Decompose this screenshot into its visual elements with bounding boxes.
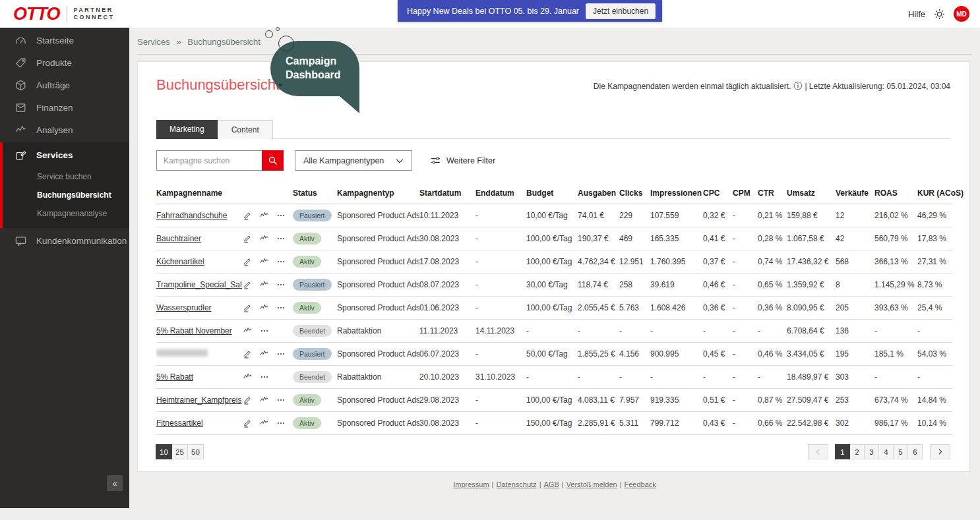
footer-link-feedback[interactable]: Feedback	[624, 480, 656, 488]
col-startdatum: Startdatum	[419, 183, 475, 204]
campaign-name-link[interactable]: Heimtrainer_Kampfpreis	[156, 395, 241, 405]
page-3[interactable]: 3	[864, 444, 879, 459]
more-actions-icon[interactable]	[259, 326, 270, 335]
sidebar-collapse-button[interactable]: «	[107, 475, 123, 491]
page-4[interactable]: 4	[878, 444, 894, 459]
end-date-cell: -	[475, 274, 526, 297]
tab-content[interactable]: Content	[218, 120, 273, 139]
footer-link-versto-melden[interactable]: Verstoß melden	[567, 480, 617, 488]
breadcrumb-current: Buchungsübersicht	[187, 37, 260, 47]
start-date-cell: 30.08.2023	[419, 412, 475, 435]
footer-link-datenschutz[interactable]: Datenschutz	[496, 480, 536, 488]
more-actions-icon[interactable]	[276, 257, 286, 266]
sidebar-item-services[interactable]: Services	[3, 144, 129, 166]
analytics-icon[interactable]	[242, 372, 253, 382]
campaign-name-link[interactable]: Küchenartikel	[156, 257, 204, 266]
kur-cell: 17,83 %	[917, 227, 952, 250]
campaign-name-link[interactable]: Fahrradhandschuhe	[156, 211, 227, 220]
campaign-type-cell: Sponsored Product Ads	[337, 412, 419, 435]
col-kur: KUR (ACoS)	[917, 183, 952, 204]
edit-icon[interactable]	[242, 418, 253, 428]
page-size-10[interactable]: 10	[156, 444, 172, 459]
breadcrumb-services[interactable]: Services	[137, 37, 170, 47]
analytics-icon[interactable]	[259, 349, 270, 359]
more-actions-icon[interactable]	[276, 419, 286, 428]
edit-icon[interactable]	[242, 349, 253, 359]
edit-icon[interactable]	[242, 256, 253, 267]
analytics-icon[interactable]	[259, 419, 270, 428]
edit-icon[interactable]	[242, 233, 253, 244]
tab-marketing[interactable]: Marketing	[156, 120, 218, 139]
analytics-icon[interactable]	[259, 257, 270, 267]
sidebar-item-produkte[interactable]: Produkte	[0, 51, 129, 74]
cpm-cell: -	[733, 227, 758, 250]
campaign-name-cell: Trampoline_Special_Sale	[156, 274, 242, 297]
sidebar-subitem-kampagnenanalyse[interactable]: Kampagnenanalyse	[37, 204, 129, 223]
col-verkaeufe: Verkäufe	[836, 183, 874, 204]
page-size-25[interactable]: 25	[171, 444, 188, 459]
more-actions-icon[interactable]	[276, 211, 286, 220]
sidebar-item-finanzen[interactable]: Finanzen	[0, 96, 129, 119]
page-5[interactable]: 5	[893, 444, 908, 459]
sidebar-subitem-service-buchen[interactable]: Service buchen	[37, 167, 129, 186]
cpm-cell: -	[733, 389, 758, 412]
edit-icon[interactable]	[242, 279, 253, 290]
campaign-type-cell: Sponsored Product Ads	[337, 274, 419, 297]
promo-banner: Happy New Deals bei OTTO 05. bis 29. Jan…	[398, 0, 662, 22]
roas-cell: 216,02 %	[874, 204, 917, 227]
help-link[interactable]: Hilfe	[908, 9, 925, 19]
search-button[interactable]	[262, 150, 284, 171]
clicks-cell: 5.763	[619, 297, 650, 320]
next-page-button[interactable]	[930, 444, 950, 459]
sidebar-item-auftraege[interactable]: Aufträge	[0, 74, 129, 96]
more-actions-icon[interactable]	[259, 372, 270, 382]
edit-icon[interactable]	[242, 395, 253, 405]
analytics-icon[interactable]	[242, 326, 253, 336]
campaign-type-dropdown[interactable]: Alle Kampagnentypen	[295, 150, 412, 171]
gear-icon[interactable]	[933, 8, 946, 20]
analytics-icon[interactable]	[259, 211, 270, 221]
page-1[interactable]: 1	[835, 444, 850, 459]
cpc-cell: 0,41 €	[703, 227, 733, 250]
more-filters-button[interactable]: Weitere Filter	[430, 155, 495, 166]
promo-banner-button[interactable]: Jetzt einbuchen	[586, 3, 656, 19]
end-date-cell: -	[475, 412, 526, 435]
otto-partner-connect-logo[interactable]: OTTO PARTNER CONNECT	[0, 4, 115, 24]
campaign-name-link[interactable]: Wassersprudler	[156, 303, 212, 312]
more-actions-icon[interactable]	[276, 303, 286, 312]
sidebar-subitem-buchungsuebersicht[interactable]: Buchungsübersicht	[37, 186, 129, 204]
more-actions-icon[interactable]	[276, 234, 286, 243]
sidebar-item-analysen[interactable]: Analysen	[0, 119, 129, 141]
previous-page-button[interactable]	[808, 444, 828, 459]
start-date-cell: 20.10.2023	[419, 366, 475, 389]
budget-cell: 100,00 €/Tag	[526, 389, 578, 412]
cpc-cell: 0,32 €	[703, 204, 733, 227]
more-actions-icon[interactable]	[276, 395, 286, 405]
analytics-icon[interactable]	[259, 303, 270, 313]
edit-icon[interactable]	[242, 303, 253, 313]
footer-link-impressum[interactable]: Impressum	[453, 480, 489, 488]
campaign-name-link[interactable]: Trampoline_Special_Sale	[156, 280, 242, 289]
campaign-name-link[interactable]: 5% Rabatt November	[156, 326, 232, 335]
page-6[interactable]: 6	[907, 444, 923, 459]
page-2[interactable]: 2	[849, 444, 865, 459]
edit-icon[interactable]	[242, 210, 253, 221]
speedometer-icon	[15, 34, 27, 47]
sidebar-item-kundenkommunikation[interactable]: Kundenkommunikation	[0, 229, 129, 252]
more-actions-icon[interactable]	[276, 349, 286, 359]
promo-banner-text: Happy New Deals bei OTTO 05. bis 29. Jan…	[407, 7, 579, 16]
search-input[interactable]	[156, 150, 262, 171]
analytics-icon[interactable]	[259, 234, 270, 244]
campaign-name-link[interactable]: 5% Rabatt	[156, 372, 193, 382]
footer-link-agb[interactable]: AGB	[543, 480, 559, 488]
campaign-name-link[interactable]: Bauchtrainer	[156, 234, 201, 243]
analytics-icon[interactable]	[259, 280, 270, 290]
campaign-name-link[interactable]: Fitnessartikel	[156, 419, 203, 428]
page-size-50[interactable]: 50	[187, 444, 204, 459]
info-icon[interactable]: ⓘ	[793, 80, 802, 92]
sidebar-item-startseite[interactable]: Startseite	[0, 29, 129, 51]
avatar[interactable]: MD	[954, 6, 969, 22]
analytics-icon[interactable]	[259, 395, 270, 405]
more-actions-icon[interactable]	[276, 280, 286, 289]
cpc-cell: 0,45 €	[703, 343, 733, 366]
